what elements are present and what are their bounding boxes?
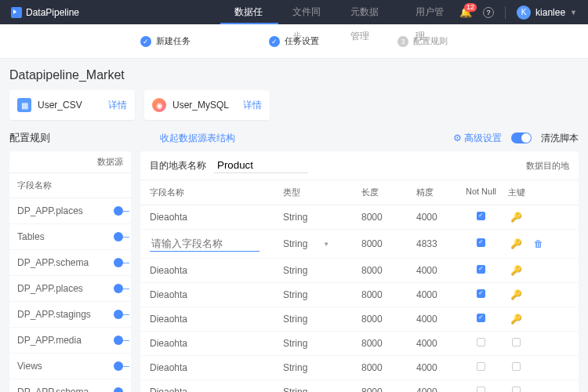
nav-file-sync[interactable]: 文件同步 <box>278 0 336 24</box>
step-num: 3 <box>397 36 408 47</box>
field-name-input[interactable] <box>150 236 260 252</box>
source-head: 数据源 <box>9 151 131 173</box>
mysql-icon: ◉ <box>152 98 166 112</box>
pk-checkbox[interactable] <box>512 362 521 371</box>
notnull-checkbox[interactable] <box>477 265 485 274</box>
chevron-down-icon: ▼ <box>323 241 329 248</box>
check-icon: ✓ <box>140 36 151 47</box>
source-row[interactable]: DP_APP.places <box>9 198 131 224</box>
notnull-checkbox[interactable] <box>477 238 485 247</box>
logo[interactable]: DataPipeline <box>11 7 79 18</box>
source-row[interactable]: DP_APP.places <box>9 276 131 302</box>
key-icon[interactable]: 🔑 <box>510 212 522 223</box>
step-2[interactable]: ✓任务设置 <box>269 35 319 47</box>
page-title: Datapipeline_Market <box>9 68 579 82</box>
link-icon[interactable] <box>114 310 123 319</box>
csv-icon: ▦ <box>17 98 31 112</box>
link-icon[interactable] <box>114 232 123 241</box>
dest-head-right: 数据目的地 <box>526 160 569 172</box>
notnull-checkbox[interactable] <box>477 338 485 347</box>
source-card-csv[interactable]: ▦User_CSV详情 <box>9 90 135 120</box>
step-3[interactable]: 3配置规则 <box>397 35 448 47</box>
notification-badge: 12 <box>464 3 477 12</box>
source-row[interactable]: DP_APP.stagings <box>9 302 131 328</box>
notnull-checkbox[interactable] <box>477 362 485 371</box>
key-icon[interactable]: 🔑 <box>510 289 522 300</box>
nav-metadata[interactable]: 元数据管理 <box>336 0 401 24</box>
nav-user-mgmt[interactable]: 用户管理 <box>401 0 459 24</box>
help-icon[interactable]: ? <box>483 7 494 18</box>
pk-checkbox[interactable] <box>512 387 521 392</box>
notnull-checkbox[interactable] <box>477 387 485 392</box>
field-row: DieaohtaString80004000🔑 <box>140 307 579 332</box>
field-row: DieaohtaString80004000🔑 <box>140 259 579 283</box>
notnull-checkbox[interactable] <box>477 212 485 220</box>
notnull-checkbox[interactable] <box>477 314 485 322</box>
divider <box>505 6 506 19</box>
detail-link[interactable]: 详情 <box>108 99 127 112</box>
source-panel: 数据源 字段名称 DP_APP.placesTablesDP_APP.schem… <box>9 151 131 392</box>
dest-panel: 目的地表名称 数据目的地 字段名称类型长度精度Not Null主键 Dieaoh… <box>140 151 579 392</box>
bell-icon[interactable]: 🔔12 <box>459 6 472 18</box>
section-title: 配置规则 <box>9 131 50 145</box>
source-row[interactable]: Views <box>9 354 131 379</box>
link-icon[interactable] <box>114 336 123 345</box>
clean-toggle[interactable] <box>511 132 532 143</box>
main-nav: 数据任务 文件同步 元数据管理 用户管理 <box>220 0 459 24</box>
key-icon[interactable]: 🔑 <box>510 314 522 325</box>
chevron-down-icon: ▼ <box>570 9 577 16</box>
source-th: 字段名称 <box>9 173 131 198</box>
source-row[interactable]: DP_APP.schema <box>9 379 131 392</box>
source-card-mysql[interactable]: ◉User_MySQL详情 <box>144 90 270 120</box>
collapse-link[interactable]: 收起数据源表结构 <box>160 132 235 145</box>
key-icon[interactable]: 🔑 <box>510 238 522 249</box>
dest-table-input[interactable] <box>214 158 308 173</box>
link-icon[interactable] <box>114 387 123 392</box>
source-row[interactable]: DP_APP.schema <box>9 250 131 276</box>
source-row[interactable]: DP_APP.media <box>9 328 131 354</box>
field-row: DieaohtaString80004000🔑 <box>140 283 579 307</box>
field-row: DieaohtaString80004000 <box>140 380 579 392</box>
link-icon[interactable] <box>114 258 123 267</box>
user-menu[interactable]: Kkianlee▼ <box>517 5 577 20</box>
check-icon: ✓ <box>269 36 280 47</box>
gear-icon: ⚙ <box>453 132 462 143</box>
logo-icon <box>11 7 22 18</box>
step-1[interactable]: ✓新建任务 <box>140 35 191 47</box>
pk-checkbox[interactable] <box>512 338 521 347</box>
field-row: DieaohtaString80004000 <box>140 332 579 356</box>
delete-icon[interactable]: 🗑 <box>534 238 543 249</box>
clean-label: 清洗脚本 <box>541 132 579 145</box>
field-row: DieaohtaString80004000 <box>140 356 579 380</box>
key-icon[interactable]: 🔑 <box>510 265 522 276</box>
source-row[interactable]: Tables <box>9 224 131 250</box>
link-icon[interactable] <box>114 361 123 371</box>
avatar: K <box>517 5 531 20</box>
advanced-settings[interactable]: ⚙高级设置 <box>453 132 502 145</box>
link-icon[interactable] <box>114 206 123 216</box>
notnull-checkbox[interactable] <box>477 289 485 298</box>
field-row: DieaohtaString80004000🔑 <box>140 205 579 230</box>
nav-data-task[interactable]: 数据任务 <box>220 0 278 24</box>
table-header: 字段名称类型长度精度Not Null主键 <box>140 180 579 205</box>
field-row: String ▼80004833🔑🗑 <box>140 230 579 259</box>
app-header: DataPipeline 数据任务 文件同步 元数据管理 用户管理 🔔12 ? … <box>0 0 588 24</box>
type-select[interactable]: String ▼ <box>283 238 329 249</box>
detail-link[interactable]: 详情 <box>243 99 262 112</box>
dest-table-label: 目的地表名称 <box>150 159 206 172</box>
link-icon[interactable] <box>114 284 123 293</box>
